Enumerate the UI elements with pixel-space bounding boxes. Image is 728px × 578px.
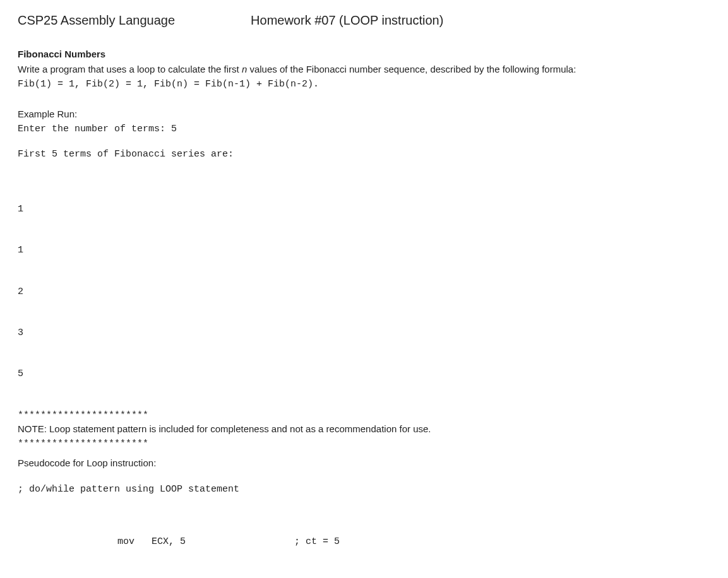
code-label xyxy=(18,535,117,549)
pseudocode-block: mov ECX, 5 ; ct = 5 lup: ; do ; ... stat… xyxy=(18,507,710,578)
fibonacci-formula: Fib(1) = 1, Fib(2) = 1, Fib(n) = Fib(n-1… xyxy=(18,78,710,91)
header-left: CSP25 Assembly Language xyxy=(18,11,175,30)
fib-value: 1 xyxy=(18,244,710,257)
example-output-values: 1 1 2 3 5 xyxy=(18,175,710,395)
fib-value: 2 xyxy=(18,285,710,299)
code-row: mov ECX, 5 ; ct = 5 xyxy=(18,535,710,549)
fib-value: 5 xyxy=(18,367,710,381)
intro-n: n xyxy=(242,64,247,74)
pseudocode-comment: ; do/while pattern using LOOP statement xyxy=(18,483,710,497)
example-output-header: First 5 terms of Fibonacci series are: xyxy=(18,148,710,162)
example-run-label: Example Run: xyxy=(18,107,710,121)
header-right: Homework #07 (LOOP instruction) xyxy=(251,11,443,30)
fib-value: 1 xyxy=(18,203,710,216)
note-stars-bottom: *********************** xyxy=(18,437,710,451)
note-stars-top: *********************** xyxy=(18,409,710,423)
page-header: CSP25 Assembly Language Homework #07 (LO… xyxy=(18,11,710,30)
code-instruction: mov ECX, 5 xyxy=(117,535,294,549)
intro-part1: Write a program that uses a loop to calc… xyxy=(18,64,242,74)
pseudocode-title: Pseudocode for Loop instruction: xyxy=(18,456,710,470)
intro-paragraph: Write a program that uses a loop to calc… xyxy=(18,62,710,76)
example-prompt: Enter the number of terms: 5 xyxy=(18,122,710,136)
section-title-fibonacci: Fibonacci Numbers xyxy=(18,47,710,61)
fib-value: 3 xyxy=(18,326,710,340)
code-comment: ; ct = 5 xyxy=(294,535,710,549)
note-text: NOTE: Loop statement pattern is included… xyxy=(18,422,710,436)
intro-part2: values of the Fibonacci number sequence,… xyxy=(247,64,576,74)
